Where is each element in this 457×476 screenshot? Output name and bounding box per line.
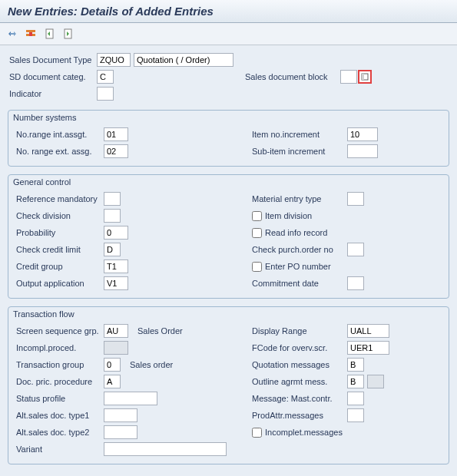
sales-doc-block-input[interactable] [340,70,357,84]
no-range-ext-label: No. range ext. assg. [15,147,101,156]
alt2-input[interactable] [104,425,137,439]
fcode-label: FCode for overv.scr. [252,343,344,352]
quot-msg-label: Quotation messages [252,360,344,369]
sub-item-incr-input[interactable] [347,144,378,158]
incompl-proced-label: Incompl.proced. [15,343,101,352]
prodattr-input[interactable] [347,408,364,422]
check-po-input[interactable] [347,243,364,256]
toolbar-change-icon[interactable] [5,26,20,41]
page-header: New Entries: Details of Added Entries [0,0,457,23]
credit-group-label: Credit group [15,262,101,271]
item-no-incr-input[interactable] [347,127,378,141]
quot-msg-input[interactable] [347,358,364,372]
page-title: New Entries: Details of Added Entries [8,5,449,18]
check-credit-input[interactable] [104,243,121,256]
read-info-label: Read info record [265,228,327,237]
svg-rect-2 [29,32,32,36]
sales-doc-type-input[interactable] [97,53,131,67]
indicator-input[interactable] [97,87,114,101]
prodattr-label: ProdAttr.messages [252,411,344,420]
screen-seq-desc: Sales Order [137,326,183,336]
outline-extra-input [367,375,384,388]
transaction-flow-title: Transaction flow [13,309,442,319]
alt2-label: Alt.sales doc. type2 [15,428,101,437]
material-entry-input[interactable] [347,192,364,206]
toolbar-next-icon[interactable] [60,26,75,41]
toolbar [0,23,457,45]
incompl-proced-input [104,341,128,355]
status-profile-input[interactable] [104,392,157,405]
no-range-int-label: No.range int.assgt. [15,130,101,139]
ref-mandatory-input[interactable] [104,192,121,206]
toolbar-prev-icon[interactable] [41,26,57,41]
outline-input[interactable] [347,375,364,388]
check-division-label: Check division [15,211,101,220]
display-range-input[interactable] [347,324,389,338]
check-division-input[interactable] [104,209,121,223]
number-systems-title: Number systems [13,113,442,122]
sub-item-incr-label: Sub-item increment [252,147,344,156]
msg-mast-label: Message: Mast.contr. [252,394,344,403]
trans-group-desc: Sales order [130,360,173,369]
alt1-input[interactable] [104,408,137,422]
sales-doc-block-f4-icon[interactable] [359,71,371,83]
toolbar-delimit-icon[interactable] [23,26,38,41]
no-range-int-input[interactable] [104,127,128,141]
trans-group-input[interactable] [104,358,121,372]
content: Sales Document Type SD document categ. S… [0,45,457,471]
number-systems-group: Number systems No.range int.assgt. Item … [8,110,449,167]
credit-group-input[interactable] [104,259,128,273]
variant-label: Variant [15,445,101,454]
fcode-input[interactable] [347,341,389,355]
commitment-input[interactable] [347,276,364,290]
sales-doc-type-desc-input[interactable] [134,53,233,67]
output-app-label: Output application [15,279,101,288]
screen-seq-input[interactable] [104,324,128,338]
svg-rect-0 [26,30,35,32]
transaction-flow-group: Transaction flow Screen sequence grp. Sa… [8,306,449,464]
doc-pric-input[interactable] [104,375,121,388]
item-division-label: Item division [265,211,312,220]
alt1-label: Alt.sales doc. type1 [15,411,101,420]
probability-label: Probability [15,228,101,237]
general-control-group: General control Reference mandatory Mate… [8,174,449,299]
material-entry-label: Material entry type [252,194,344,203]
msg-mast-input[interactable] [347,392,364,405]
screen-seq-label: Screen sequence grp. [15,326,101,336]
check-po-label: Check purch.order no [252,245,344,254]
commitment-label: Commitment date [252,279,344,288]
item-no-incr-label: Item no.increment [252,130,344,139]
variant-input[interactable] [104,442,227,456]
display-range-label: Display Range [252,326,344,336]
item-division-checkbox[interactable] [252,211,262,221]
sd-doc-categ-label: SD document categ. [8,72,94,81]
status-profile-label: Status profile [15,394,101,403]
outline-label: Outline agrmt mess. [252,377,344,386]
enter-po-checkbox[interactable] [252,262,262,272]
doc-pric-label: Doc. pric. procedure [15,377,101,386]
sales-doc-type-label: Sales Document Type [8,55,94,64]
svg-rect-6 [362,74,364,80]
incomplet-label: Incomplet.messages [265,428,343,437]
general-control-title: General control [13,177,442,187]
ref-mandatory-label: Reference mandatory [15,194,101,203]
probability-input[interactable] [104,226,128,240]
check-credit-label: Check credit limit [15,245,101,254]
output-app-input[interactable] [104,276,128,290]
enter-po-label: Enter PO number [265,262,331,271]
incomplet-checkbox[interactable] [252,428,262,438]
trans-group-label: Transaction group [15,360,101,369]
indicator-label: Indicator [8,89,94,98]
read-info-checkbox[interactable] [252,228,262,238]
no-range-ext-input[interactable] [104,144,128,158]
sd-doc-categ-input[interactable] [97,70,114,84]
sales-doc-block-label: Sales document block [245,72,337,81]
